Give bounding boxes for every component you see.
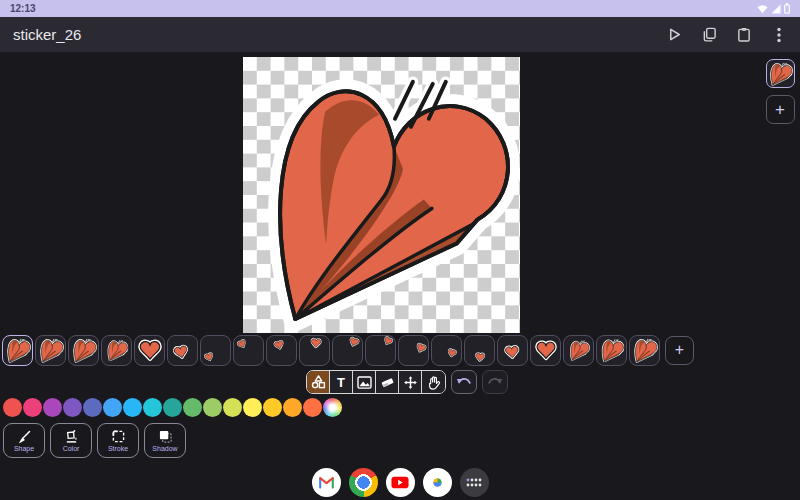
plain-heart-glyph — [137, 338, 162, 363]
frame-thumbnail-11[interactable] — [332, 335, 363, 366]
color-swatch-11[interactable] — [203, 398, 222, 417]
folded-heart-glyph — [71, 337, 97, 363]
folded-heart-glyph — [599, 338, 624, 363]
custom-color-wheel[interactable] — [323, 398, 342, 417]
layer-thumbnail-image — [768, 61, 793, 86]
frame-thumbnail-9[interactable] — [266, 335, 297, 366]
pan-tool[interactable] — [422, 371, 445, 393]
drawing-canvas[interactable] — [243, 57, 520, 333]
frame-thumbnail-7[interactable] — [200, 335, 231, 366]
frame-thumbnail-19[interactable] — [596, 335, 627, 366]
play-preview-button[interactable] — [663, 24, 685, 46]
frame-thumbnail-20[interactable] — [629, 335, 660, 366]
action-button-label: Color — [63, 445, 80, 452]
plain-heart-glyph — [503, 343, 520, 360]
stroke-button[interactable]: Stroke — [97, 423, 139, 458]
frame-thumbnail-17[interactable] — [530, 335, 561, 366]
frame-thumbnail-2[interactable] — [35, 335, 66, 366]
style-actions: ShapeColorStrokeShadow — [3, 423, 186, 458]
text-tool[interactable]: T — [330, 371, 353, 393]
undo-button[interactable] — [451, 370, 477, 394]
overflow-menu-button[interactable] — [768, 24, 790, 46]
color-swatch-3[interactable] — [43, 398, 62, 417]
document-title: sticker_26 — [13, 26, 663, 43]
shape-button[interactable]: Shape — [3, 423, 45, 458]
clock: 12:13 — [10, 3, 36, 14]
undo-icon — [456, 376, 472, 388]
android-dock — [0, 464, 800, 500]
photos-app-icon[interactable] — [423, 468, 452, 497]
gmail-app-icon[interactable] — [312, 468, 341, 497]
frame-thumbnail-1[interactable] — [2, 335, 33, 366]
shape-tool[interactable] — [307, 371, 330, 393]
folded-heart-glyph — [568, 339, 590, 361]
color-swatch-1[interactable] — [3, 398, 22, 417]
plain-heart-glyph — [381, 335, 395, 348]
frame-thumbnail-16[interactable] — [497, 335, 528, 366]
action-button-label: Shape — [14, 445, 34, 452]
color-swatch-13[interactable] — [243, 398, 262, 417]
plain-heart-glyph — [413, 341, 427, 355]
layer-thumbnail[interactable] — [766, 59, 795, 88]
action-button-label: Stroke — [108, 445, 128, 452]
tool-row: T — [306, 370, 508, 394]
eraser-icon — [380, 375, 395, 389]
shapes-icon — [311, 375, 326, 389]
add-layer-button[interactable]: + — [766, 95, 795, 124]
frame-thumbnail-18[interactable] — [563, 335, 594, 366]
redo-button[interactable] — [482, 370, 508, 394]
frame-thumbnail-15[interactable] — [464, 335, 495, 366]
plain-heart-glyph — [309, 336, 322, 349]
color-swatch-7[interactable] — [123, 398, 142, 417]
sticker-editor-app: 12:13 sticker_26 + + — [0, 0, 800, 500]
shadow-icon — [159, 430, 172, 443]
redo-icon — [487, 376, 503, 388]
color-swatch-2[interactable] — [23, 398, 42, 417]
color-palette — [3, 398, 342, 417]
toolbar-actions — [663, 24, 790, 46]
frame-thumbnail-8[interactable] — [233, 335, 264, 366]
eraser-tool[interactable] — [376, 371, 399, 393]
frame-thumbnail-6[interactable] — [167, 335, 198, 366]
folded-heart-glyph — [105, 339, 128, 362]
color-swatch-8[interactable] — [143, 398, 162, 417]
image-tool[interactable] — [353, 371, 376, 393]
plain-heart-glyph — [534, 339, 557, 362]
color-swatch-12[interactable] — [223, 398, 242, 417]
frame-thumbnail-5[interactable] — [134, 335, 165, 366]
color-swatch-10[interactable] — [183, 398, 202, 417]
plain-heart-glyph — [171, 343, 190, 362]
frame-thumbnail-10[interactable] — [299, 335, 330, 366]
add-frame-button[interactable]: + — [665, 336, 694, 365]
app-drawer-app-icon[interactable] — [460, 468, 489, 497]
frame-thumbnail-13[interactable] — [398, 335, 429, 366]
layer-panel: + — [765, 59, 795, 124]
plain-heart-glyph — [235, 337, 249, 351]
color-button[interactable]: Color — [50, 423, 92, 458]
plain-heart-glyph — [445, 347, 457, 359]
stroke-icon — [112, 430, 125, 443]
tool-group: T — [306, 370, 446, 394]
color-swatch-6[interactable] — [103, 398, 122, 417]
color-swatch-16[interactable] — [303, 398, 322, 417]
frame-thumbnail-3[interactable] — [68, 335, 99, 366]
signal-icon — [771, 4, 781, 14]
plain-heart-glyph — [202, 351, 215, 364]
color-swatch-5[interactable] — [83, 398, 102, 417]
paste-button[interactable] — [733, 24, 755, 46]
shadow-button[interactable]: Shadow — [144, 423, 186, 458]
chrome-app-icon[interactable] — [349, 468, 378, 497]
frame-thumbnail-14[interactable] — [431, 335, 462, 366]
youtube-app-icon[interactable] — [386, 468, 415, 497]
move-tool[interactable] — [399, 371, 422, 393]
copy-button[interactable] — [698, 24, 720, 46]
frame-thumbnail-12[interactable] — [365, 335, 396, 366]
plain-heart-glyph — [346, 335, 360, 349]
color-swatch-9[interactable] — [163, 398, 182, 417]
color-swatch-4[interactable] — [63, 398, 82, 417]
folded-heart-glyph — [632, 337, 658, 363]
color-swatch-15[interactable] — [283, 398, 302, 417]
color-swatch-14[interactable] — [263, 398, 282, 417]
brush-icon — [18, 430, 31, 443]
frame-thumbnail-4[interactable] — [101, 335, 132, 366]
